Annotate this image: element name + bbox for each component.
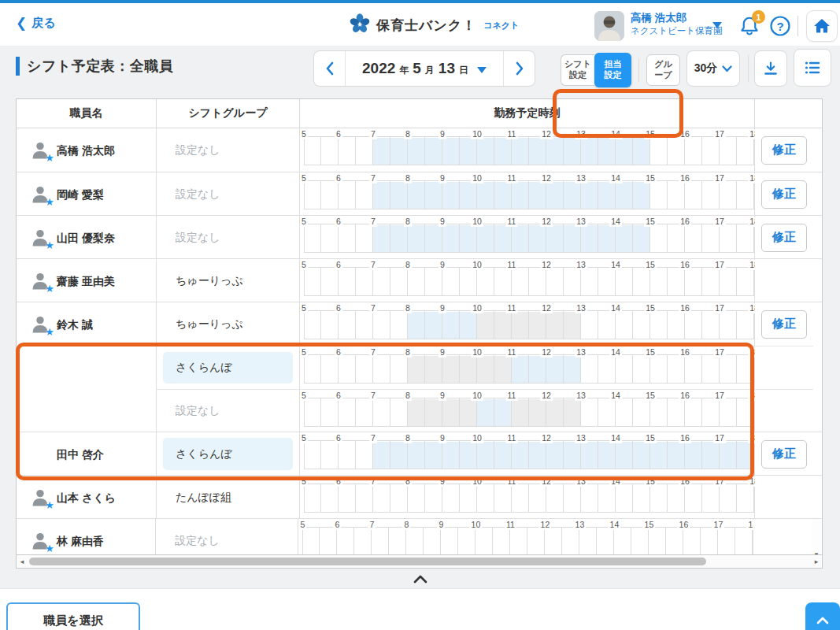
scrollbar-thumb[interactable]: [29, 558, 706, 565]
timeline-cell[interactable]: [339, 136, 356, 165]
timeline-cell[interactable]: [458, 527, 476, 555]
timeline-cell[interactable]: [408, 398, 425, 427]
timeline-cell[interactable]: [408, 354, 425, 384]
timeline-cell[interactable]: [581, 484, 598, 513]
timeline-cell[interactable]: [581, 136, 598, 165]
timeline-cell[interactable]: [321, 440, 339, 469]
timeline-cell[interactable]: [354, 527, 372, 555]
timeline-cell[interactable]: [597, 527, 614, 555]
timeline-cell[interactable]: [442, 224, 460, 253]
timeline-cell[interactable]: [339, 267, 356, 296]
timeline-cell[interactable]: [477, 136, 494, 165]
timeline-cell[interactable]: [718, 527, 735, 555]
timeline-cell[interactable]: [339, 484, 356, 513]
timeline-cell[interactable]: [408, 440, 425, 469]
timeline-cell[interactable]: [598, 180, 616, 209]
timeline-cell[interactable]: [616, 440, 633, 469]
toggle-shift-settings[interactable]: シフト 設定: [561, 54, 594, 86]
timeline-cell[interactable]: [390, 310, 408, 339]
timeline-cell[interactable]: [649, 527, 666, 555]
timeline-cell[interactable]: [527, 527, 545, 555]
timeline-cell[interactable]: [477, 310, 494, 339]
timeline-cell[interactable]: [668, 267, 685, 296]
timeline-cell[interactable]: [373, 136, 390, 165]
timeline-cell[interactable]: [442, 180, 460, 209]
user-avatar[interactable]: [594, 11, 624, 41]
timeline-cell[interactable]: [720, 180, 737, 209]
timeline-cell[interactable]: [581, 354, 598, 384]
timeline-cell[interactable]: [356, 224, 373, 253]
timeline-cell[interactable]: [581, 267, 598, 296]
timeline-cell[interactable]: [442, 484, 460, 513]
timeline-cell[interactable]: [581, 440, 598, 469]
timeline-cell[interactable]: [408, 484, 425, 513]
timeline-cell[interactable]: [737, 310, 754, 339]
timeline-cell[interactable]: [668, 136, 685, 165]
timeline-cell[interactable]: [564, 267, 581, 296]
timeline-cell[interactable]: [579, 527, 597, 555]
timeline-cell[interactable]: [425, 136, 442, 165]
timeline-cell[interactable]: [339, 398, 356, 427]
timeline-cell[interactable]: [372, 527, 389, 555]
timeline-cell[interactable]: [494, 440, 512, 469]
download-button[interactable]: [754, 50, 787, 87]
collapse-panel-button[interactable]: [0, 569, 840, 589]
timeline-cell[interactable]: [406, 527, 424, 555]
timeline-cell[interactable]: [304, 398, 321, 427]
timeline-cell[interactable]: [564, 310, 581, 339]
select-staff-button[interactable]: 職員を選択: [6, 602, 140, 630]
timeline-cell[interactable]: [302, 527, 320, 555]
timeline-cell[interactable]: [494, 398, 512, 427]
timeline-cell[interactable]: [598, 354, 616, 384]
timeline-cell[interactable]: [701, 527, 718, 555]
timeline-cell[interactable]: [720, 354, 737, 384]
timeline-cell[interactable]: [668, 398, 685, 427]
timeline-cell[interactable]: [581, 224, 598, 253]
timeline-cell[interactable]: [650, 440, 668, 469]
timeline-cell[interactable]: [460, 224, 477, 253]
edit-button[interactable]: 修正: [761, 310, 807, 339]
timeline-cell[interactable]: [512, 484, 529, 513]
timeline-cell[interactable]: [390, 224, 408, 253]
toggle-assignment-settings[interactable]: 担当 設定: [594, 53, 631, 87]
timeline-cell[interactable]: [685, 180, 702, 209]
horizontal-scrollbar[interactable]: ◂ ▸: [16, 555, 823, 569]
timeline-cell[interactable]: [321, 354, 339, 384]
timeline-cell[interactable]: [564, 398, 581, 427]
timeline-cell[interactable]: [702, 440, 720, 469]
timeline-cell[interactable]: [373, 267, 390, 296]
timeline-cell[interactable]: [373, 224, 390, 253]
timeline-cell[interactable]: [666, 527, 683, 555]
timeline-cell[interactable]: [668, 354, 685, 384]
timeline-cell[interactable]: [685, 224, 702, 253]
timeline-cell[interactable]: [425, 484, 442, 513]
timeline-cell[interactable]: [633, 398, 650, 427]
home-button[interactable]: [806, 10, 838, 42]
timeline-cell[interactable]: [633, 440, 650, 469]
timeline-cell[interactable]: [546, 224, 564, 253]
timeline-cell[interactable]: [598, 484, 616, 513]
timeline-cell[interactable]: [356, 267, 373, 296]
timeline-cell[interactable]: [529, 354, 546, 384]
timeline-cell[interactable]: [390, 180, 408, 209]
timeline-cell[interactable]: [546, 180, 564, 209]
timeline-cell[interactable]: [494, 136, 512, 165]
timeline-cell[interactable]: [668, 224, 685, 253]
timeline-cell[interactable]: [425, 224, 442, 253]
timeline-cell[interactable]: [529, 398, 546, 427]
timeline-cell[interactable]: [650, 136, 668, 165]
timeline-cell[interactable]: [390, 440, 408, 469]
timeline-cell[interactable]: [702, 224, 720, 253]
timeline-cell[interactable]: [683, 527, 701, 555]
timeline-cell[interactable]: [633, 310, 650, 339]
timeline-cell[interactable]: [616, 224, 633, 253]
timeline-cell[interactable]: [460, 180, 477, 209]
timeline-cell[interactable]: [720, 267, 737, 296]
timeline-cell[interactable]: [460, 267, 477, 296]
timeline-cell[interactable]: [546, 440, 564, 469]
timeline-cell[interactable]: [735, 527, 753, 555]
timeline-cell[interactable]: [529, 180, 546, 209]
timeline-cell[interactable]: [320, 527, 337, 555]
interval-dropdown[interactable]: 30分: [686, 50, 740, 87]
timeline-cell[interactable]: [321, 180, 339, 209]
